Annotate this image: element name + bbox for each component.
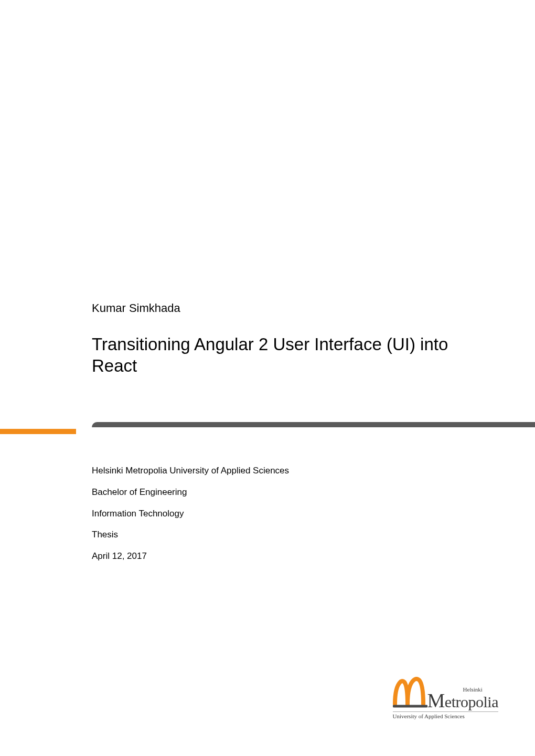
logo-subtitle: University of Applied Sciences (393, 711, 498, 719)
document-title: Transitioning Angular 2 User Interface (… (92, 333, 490, 377)
metadata-block: Helsinki Metropolia University of Applie… (92, 460, 289, 567)
author-name: Kumar Simkhada (92, 301, 490, 315)
metropolia-logo-icon (393, 677, 427, 709)
title-block: Kumar Simkhada Transitioning Angular 2 U… (92, 301, 490, 377)
institution-line: Helsinki Metropolia University of Applie… (92, 460, 289, 482)
doctype-line: Thesis (92, 524, 289, 546)
program-line: Information Technology (92, 503, 289, 525)
logo-main-text: Metropolia (427, 690, 498, 710)
metropolia-logo: Helsinki Metropolia University of Applie… (393, 677, 498, 719)
divider-orange-bar (0, 429, 76, 434)
date-line: April 12, 2017 (92, 546, 289, 567)
divider (0, 422, 535, 437)
divider-gray-bar (92, 422, 535, 427)
degree-line: Bachelor of Engineering (92, 482, 289, 503)
